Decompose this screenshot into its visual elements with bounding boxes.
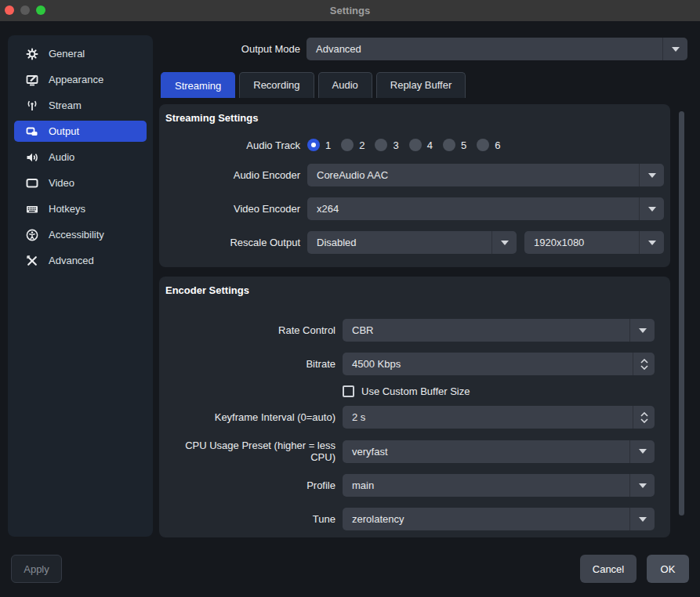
zoom-window-icon[interactable] — [36, 5, 45, 15]
rescale-output-label: Rescale Output — [159, 237, 307, 248]
section-title: Streaming Settings — [165, 112, 670, 125]
chevron-down-icon — [629, 319, 655, 342]
keyboard-icon — [25, 202, 38, 215]
rate-control-label: Rate Control — [159, 324, 343, 336]
sidebar-item-label: Advanced — [49, 255, 94, 266]
profile-label: Profile — [159, 479, 343, 491]
tune-select[interactable]: zerolatency — [343, 508, 655, 530]
sidebar-item-label: Accessibility — [49, 229, 104, 241]
audio-track-radio-group: 1 2 3 4 5 6 — [307, 139, 664, 151]
audio-track-option-1[interactable]: 1 — [307, 139, 331, 151]
output-mode-label: Output Mode — [161, 43, 306, 55]
audio-encoder-label: Audio Encoder — [159, 169, 307, 181]
section-title: Encoder Settings — [165, 284, 670, 297]
stepper-icons[interactable] — [633, 353, 655, 375]
sidebar-item-general[interactable]: General — [14, 43, 147, 64]
sidebar-item-label: Audio — [49, 151, 74, 163]
use-custom-buffer-label: Use Custom Buffer Size — [361, 385, 470, 397]
tools-icon — [25, 254, 38, 267]
window-title: Settings — [0, 5, 700, 16]
tab-streaming[interactable]: Streaming — [161, 72, 235, 98]
apply-button[interactable]: Apply — [11, 555, 62, 583]
tab-recording[interactable]: Recording — [239, 72, 314, 98]
chevron-down-icon — [491, 231, 517, 254]
chevron-down-icon — [639, 164, 664, 186]
video-encoder-select[interactable]: x264 — [307, 197, 664, 220]
chevron-down-icon — [639, 231, 664, 254]
stepper-icons[interactable] — [633, 406, 655, 429]
output-mode-row: Output Mode Advanced — [161, 38, 687, 60]
sidebar-item-label: Stream — [49, 100, 82, 111]
profile-select[interactable]: main — [343, 474, 655, 497]
title-bar: Settings — [0, 0, 700, 21]
rescale-output-select[interactable]: Disabled — [307, 231, 517, 254]
use-custom-buffer-row[interactable]: Use Custom Buffer Size — [343, 384, 670, 398]
sidebar-item-stream[interactable]: Stream — [14, 95, 147, 116]
chevron-down-icon — [629, 508, 655, 530]
appearance-icon — [25, 73, 38, 86]
sidebar-item-label: Hotkeys — [49, 203, 85, 215]
output-mode-select[interactable]: Advanced — [306, 38, 687, 60]
audio-track-option-2[interactable]: 2 — [341, 139, 365, 151]
radio-icon — [375, 139, 387, 151]
chevron-down-icon — [629, 474, 655, 497]
sidebar-item-label: Appearance — [49, 74, 103, 85]
radio-checked-icon — [307, 139, 320, 151]
encoder-settings-section: Encoder Settings Rate Control CBR Bitrat… — [159, 277, 670, 537]
rescale-resolution-select[interactable]: 1920x1080 — [524, 231, 664, 254]
settings-window: Settings General Appearance Stream — [0, 0, 700, 597]
audio-track-label: Audio Track — [159, 139, 307, 151]
sidebar-item-label: Output — [49, 125, 79, 137]
ok-button[interactable]: OK — [647, 555, 689, 583]
close-window-icon[interactable] — [5, 5, 14, 15]
cancel-button[interactable]: Cancel — [580, 555, 637, 583]
output-tabs: Streaming Recording Audio Replay Buffer — [161, 72, 466, 98]
output-mode-value: Advanced — [306, 43, 662, 55]
tune-label: Tune — [159, 513, 343, 525]
chevron-down-icon — [639, 197, 664, 220]
display-icon — [25, 176, 38, 190]
cpu-usage-preset-label: CPU Usage Preset (higher = less CPU) — [159, 440, 343, 463]
video-encoder-label: Video Encoder — [159, 203, 307, 215]
radio-icon — [443, 139, 455, 151]
streaming-settings-section: Streaming Settings Audio Track 1 2 3 4 5… — [159, 104, 670, 267]
radio-icon — [477, 139, 489, 151]
audio-encoder-select[interactable]: CoreAudio AAC — [307, 164, 664, 186]
accessibility-icon — [25, 228, 38, 241]
sidebar-item-label: Video — [49, 177, 74, 189]
antenna-icon — [25, 99, 38, 112]
radio-icon — [341, 139, 354, 151]
gear-icon — [25, 47, 38, 60]
checkbox-unchecked-icon[interactable] — [343, 385, 354, 397]
audio-track-option-3[interactable]: 3 — [375, 139, 398, 151]
audio-track-option-6[interactable]: 6 — [477, 139, 500, 151]
bitrate-label: Bitrate — [159, 358, 343, 370]
vertical-scrollbar[interactable] — [679, 111, 684, 516]
audio-track-option-5[interactable]: 5 — [443, 139, 466, 151]
keyframe-interval-spinbox[interactable]: 2 s — [343, 406, 655, 429]
bitrate-spinbox[interactable]: 4500 Kbps — [343, 353, 655, 375]
radio-icon — [409, 139, 422, 151]
sidebar-item-video[interactable]: Video — [14, 172, 147, 194]
sidebar-item-hotkeys[interactable]: Hotkeys — [14, 198, 147, 219]
rate-control-select[interactable]: CBR — [343, 319, 655, 342]
tab-audio[interactable]: Audio — [318, 72, 372, 98]
sidebar-item-audio[interactable]: Audio — [14, 147, 147, 168]
sidebar-item-appearance[interactable]: Appearance — [14, 69, 147, 90]
sidebar-item-advanced[interactable]: Advanced — [14, 250, 147, 271]
sidebar-item-label: General — [49, 48, 85, 60]
speaker-icon — [25, 150, 38, 164]
keyframe-interval-label: Keyframe Interval (0=auto) — [159, 411, 343, 423]
settings-sidebar: General Appearance Stream Output Audio — [8, 35, 153, 537]
chevron-down-icon — [629, 440, 655, 463]
minimize-window-icon — [20, 5, 30, 15]
chevron-down-icon — [662, 38, 687, 60]
sidebar-item-output[interactable]: Output — [14, 121, 147, 142]
tab-replay-buffer[interactable]: Replay Buffer — [376, 72, 466, 98]
cpu-usage-preset-select[interactable]: veryfast — [343, 440, 655, 463]
audio-track-option-4[interactable]: 4 — [409, 139, 433, 151]
output-icon — [25, 125, 38, 138]
sidebar-item-accessibility[interactable]: Accessibility — [14, 224, 147, 245]
